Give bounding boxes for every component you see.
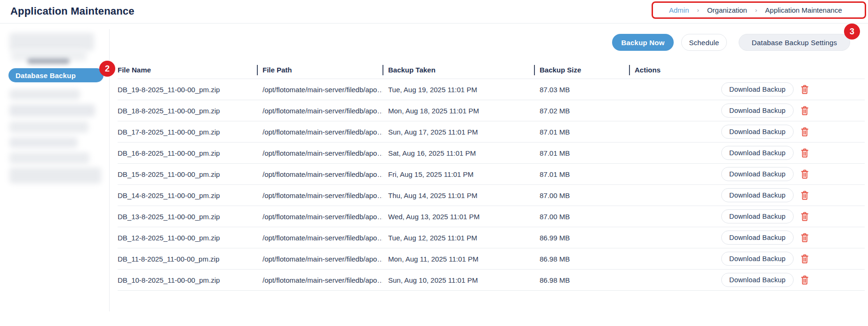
cell-file-name: DB_17-8-2025_11-00-00_pm.zip	[118, 128, 257, 136]
cell-actions: Download Backup	[629, 82, 865, 96]
cell-backup-size: 86.99 MB	[534, 234, 629, 242]
column-header-actions: Actions	[629, 61, 865, 79]
cell-backup-size: 86.98 MB	[534, 255, 629, 263]
table-row: DB_18-8-2025_11-00-00_pm.zip /opt/flotom…	[118, 100, 865, 121]
table-body: DB_19-8-2025_11-00-00_pm.zip /opt/flotom…	[118, 79, 865, 291]
cell-actions: Download Backup	[629, 252, 865, 266]
app-root: Application Maintenance Admin › Organiza…	[0, 0, 868, 326]
sidebar-item-blurred	[9, 152, 89, 164]
sidebar-item-label: Database Backup	[16, 72, 76, 80]
cell-file-path: /opt/flotomate/main-server/filedb/apo…	[257, 213, 382, 221]
sidebar-item-blurred	[9, 121, 88, 133]
cell-backup-size: 87.00 MB	[534, 213, 629, 221]
backup-table: File Name File Path Backup Taken Backup …	[118, 61, 865, 291]
cell-backup-size: 87.02 MB	[534, 107, 629, 115]
cell-backup-taken: Mon, Aug 18, 2025 11:01 PM	[382, 107, 534, 115]
cell-file-path: /opt/flotomate/main-server/filedb/apo…	[257, 86, 382, 94]
cell-backup-taken: Sun, Aug 17, 2025 11:01 PM	[382, 128, 534, 136]
download-backup-button[interactable]: Download Backup	[721, 82, 794, 96]
delete-backup-icon[interactable]	[800, 85, 809, 95]
cell-actions: Download Backup	[629, 188, 865, 202]
breadcrumb-item-organization[interactable]: Organization	[707, 6, 747, 14]
cell-file-name: DB_12-8-2025_11-00-00_pm.zip	[118, 234, 257, 242]
schedule-button[interactable]: Schedule	[681, 34, 727, 51]
delete-backup-icon[interactable]	[800, 106, 809, 116]
cell-file-name: DB_10-8-2025_11-00-00_pm.zip	[118, 276, 257, 284]
cell-file-name: DB_14-8-2025_11-00-00_pm.zip	[118, 191, 257, 199]
delete-backup-icon[interactable]	[800, 233, 809, 243]
download-backup-button[interactable]: Download Backup	[721, 273, 794, 287]
sidebar-item-blurred	[9, 137, 78, 148]
cell-backup-taken: Sun, Aug 10, 2025 11:01 PM	[382, 276, 534, 284]
cell-actions: Download Backup	[629, 146, 865, 160]
sidebar-item-blurred	[9, 104, 95, 117]
download-backup-button[interactable]: Download Backup	[721, 252, 794, 266]
sidebar-item-database-backup[interactable]: Database Backup	[8, 68, 104, 82]
download-backup-button[interactable]: Download Backup	[721, 209, 794, 223]
cell-backup-taken: Fri, Aug 15, 2025 11:01 PM	[382, 170, 534, 178]
breadcrumb-item-application-maintenance: Application Maintenance	[765, 6, 842, 14]
column-header-backup-size: Backup Size	[534, 61, 629, 79]
cell-file-path: /opt/flotomate/main-server/filedb/apo…	[257, 128, 382, 136]
delete-backup-icon[interactable]	[800, 191, 809, 200]
annotation-badge-3: 3	[844, 24, 860, 40]
cell-backup-taken: Wed, Aug 13, 2025 11:01 PM	[382, 213, 534, 221]
download-backup-button[interactable]: Download Backup	[721, 146, 794, 160]
cell-backup-size: 87.01 MB	[534, 149, 629, 157]
table-row: DB_19-8-2025_11-00-00_pm.zip /opt/flotom…	[118, 79, 865, 100]
table-row: DB_14-8-2025_11-00-00_pm.zip /opt/flotom…	[118, 185, 865, 206]
cell-actions: Download Backup	[629, 231, 865, 245]
backup-now-button[interactable]: Backup Now	[612, 34, 674, 51]
delete-backup-icon[interactable]	[800, 169, 809, 179]
column-header-backup-taken: Backup Taken	[382, 61, 534, 79]
delete-backup-icon[interactable]	[800, 148, 809, 158]
cell-file-path: /opt/flotomate/main-server/filedb/apo…	[257, 191, 382, 199]
cell-backup-size: 87.01 MB	[534, 170, 629, 178]
sidebar-item-blurred	[27, 58, 70, 64]
cell-actions: Download Backup	[629, 167, 865, 181]
cell-file-path: /opt/flotomate/main-server/filedb/apo…	[257, 107, 382, 115]
cell-file-path: /opt/flotomate/main-server/filedb/apo…	[257, 170, 382, 178]
cell-file-name: DB_18-8-2025_11-00-00_pm.zip	[118, 107, 257, 115]
table-row: DB_17-8-2025_11-00-00_pm.zip /opt/flotom…	[118, 121, 865, 143]
database-backup-settings-button[interactable]: Database Backup Settings	[739, 34, 850, 51]
table-row: DB_11-8-2025_11-00-00_pm.zip /opt/flotom…	[118, 248, 865, 270]
page-title: Application Maintenance	[10, 5, 135, 17]
top-bar: Application Maintenance Admin › Organiza…	[0, 0, 868, 24]
cell-file-name: DB_15-8-2025_11-00-00_pm.zip	[118, 170, 257, 178]
download-backup-button[interactable]: Download Backup	[721, 125, 794, 139]
cell-backup-taken: Thu, Aug 14, 2025 11:01 PM	[382, 191, 534, 199]
download-backup-button[interactable]: Download Backup	[721, 188, 794, 202]
table-row: DB_12-8-2025_11-00-00_pm.zip /opt/flotom…	[118, 227, 865, 248]
table-row: DB_15-8-2025_11-00-00_pm.zip /opt/flotom…	[118, 164, 865, 185]
delete-backup-icon[interactable]	[800, 254, 809, 264]
sidebar-item-blurred	[9, 33, 94, 51]
download-backup-button[interactable]: Download Backup	[721, 103, 794, 118]
cell-actions: Download Backup	[629, 273, 865, 287]
download-backup-button[interactable]: Download Backup	[721, 231, 794, 245]
cell-backup-size: 87.03 MB	[534, 86, 629, 94]
cell-backup-taken: Sat, Aug 16, 2025 11:01 PM	[382, 149, 534, 157]
sidebar-item-blurred	[9, 167, 101, 183]
cell-file-path: /opt/flotomate/main-server/filedb/apo…	[257, 234, 382, 242]
table-row: DB_16-8-2025_11-00-00_pm.zip /opt/flotom…	[118, 143, 865, 164]
column-header-file-path: File Path	[257, 61, 382, 79]
cell-actions: Download Backup	[629, 209, 865, 223]
cell-backup-size: 86.98 MB	[534, 276, 629, 284]
cell-file-path: /opt/flotomate/main-server/filedb/apo…	[257, 149, 382, 157]
delete-backup-icon[interactable]	[800, 212, 809, 222]
cell-file-path: /opt/flotomate/main-server/filedb/apo…	[257, 255, 382, 263]
breadcrumb-item-admin[interactable]: Admin	[669, 6, 689, 14]
cell-backup-taken: Tue, Aug 12, 2025 11:01 PM	[382, 234, 534, 242]
cell-backup-size: 87.01 MB	[534, 128, 629, 136]
table-row: DB_10-8-2025_11-00-00_pm.zip /opt/flotom…	[118, 270, 865, 291]
download-backup-button[interactable]: Download Backup	[721, 167, 794, 181]
annotation-badge-2: 2	[99, 61, 115, 77]
delete-backup-icon[interactable]	[800, 127, 809, 137]
cell-backup-taken: Tue, Aug 19, 2025 11:01 PM	[382, 86, 534, 94]
cell-file-name: DB_13-8-2025_11-00-00_pm.zip	[118, 213, 257, 221]
cell-actions: Download Backup	[629, 103, 865, 118]
delete-backup-icon[interactable]	[800, 275, 809, 285]
cell-file-path: /opt/flotomate/main-server/filedb/apo…	[257, 276, 382, 284]
cell-backup-taken: Mon, Aug 11, 2025 11:01 PM	[382, 255, 534, 263]
